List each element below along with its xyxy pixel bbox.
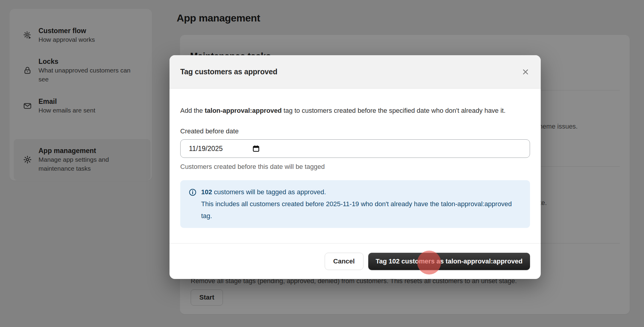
info-banner: 102 customers will be tagged as approved… <box>180 180 530 228</box>
info-count: 102 <box>201 188 212 196</box>
info-banner-text: 102 customers will be tagged as approved… <box>201 186 522 222</box>
modal-header: Tag customers as approved <box>170 55 541 89</box>
date-helper-text: Customers created before this date will … <box>180 162 530 171</box>
info-banner-line2: This includes all customers created befo… <box>201 200 512 220</box>
cancel-button[interactable]: Cancel <box>325 253 363 270</box>
tag-customers-button-label: Tag 102 customers as talon-approval:appr… <box>376 257 523 265</box>
date-field[interactable] <box>180 139 530 158</box>
tag-customers-button[interactable]: Tag 102 customers as talon-approval:appr… <box>368 253 530 270</box>
date-label: Created before date <box>180 127 530 136</box>
info-icon <box>189 188 197 196</box>
modal-intro: Add the talon-approval:approved tag to c… <box>180 105 530 117</box>
page-background: Customer flow How approval works Locks W… <box>0 0 644 327</box>
close-icon <box>521 68 530 76</box>
date-input[interactable] <box>188 144 234 153</box>
tag-customers-modal: Tag customers as approved Add the talon-… <box>170 55 541 279</box>
calendar-icon[interactable] <box>252 145 260 152</box>
tag-name-text: talon-approval:approved <box>205 107 282 114</box>
modal-footer: Cancel Tag 102 customers as talon-approv… <box>170 243 541 279</box>
modal-title: Tag customers as approved <box>180 67 277 76</box>
close-button[interactable] <box>521 67 530 76</box>
modal-body: Add the talon-approval:approved tag to c… <box>170 89 541 243</box>
cancel-button-label: Cancel <box>333 257 355 265</box>
